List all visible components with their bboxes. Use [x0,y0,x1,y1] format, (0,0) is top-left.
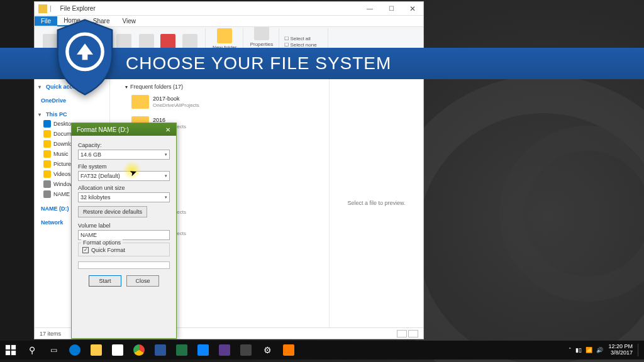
maximize-button[interactable]: ☐ [380,2,402,16]
taskbar-date: 3/8/2017 [608,350,633,356]
start-button[interactable]: Start [89,275,121,287]
volume-icon[interactable]: 🔊 [596,347,603,353]
system-tray[interactable]: ˄ ▮▯ 📶 🔊 [569,347,603,353]
battery-icon[interactable]: ▮▯ [575,347,582,353]
volumelabel-value: NAME [80,232,97,238]
volume-label-input[interactable]: NAME [78,230,170,240]
svg-rect-4 [11,351,16,355]
usb-icon [43,190,51,198]
item-name: 2017-book [153,96,199,102]
filesystem-select[interactable]: FAT32 (Default)▾ [78,171,170,181]
list-item[interactable]: 2017-bookOneDrive\AllProjects [114,92,325,114]
taskbar: ⚲ ▭ ⚙ ˄ ▮▯ 📶 🔊 12:20 PM 3/8/2017 [0,341,644,359]
taskview-button[interactable]: ▭ [43,341,64,359]
taskbar-clock[interactable]: 12:20 PM 3/8/2017 [608,344,633,356]
rename-icon [182,34,197,49]
svg-rect-2 [11,345,16,349]
nav-videos-label: Videos [53,171,70,177]
taskbar-explorer[interactable] [86,341,107,359]
taskbar-settings[interactable]: ⚙ [257,341,278,359]
allocation-label: Allocation unit size [78,185,170,191]
volumelabel-label: Volume label [78,222,170,229]
capacity-select[interactable]: 14.6 GB▾ [78,150,170,160]
view-details-button[interactable] [397,330,407,337]
newfolder-button[interactable]: New folder [211,28,238,51]
taskbar-app4[interactable] [278,341,299,359]
windows-icon [5,344,16,356]
format-options-label: Format options [81,239,123,246]
selectnone-button[interactable]: ☐ Select none [284,42,324,48]
checkbox-icon: ✓ [82,247,89,253]
gear-icon: ⚙ [264,345,272,355]
section-header[interactable]: ▾Frequent folders (17) [114,82,325,92]
section-label: Frequent folders (17) [130,84,183,90]
tab-view[interactable]: View [116,16,143,26]
word-icon [155,344,166,356]
videos-icon [43,170,51,178]
taskbar-app1[interactable] [192,341,214,359]
nav-onedrive-label: OneDrive [41,97,66,104]
restore-defaults-button[interactable]: Restore device defaults [78,206,147,217]
preview-pane: Select a file to preview. [329,79,423,327]
taskbar-chrome[interactable] [128,341,150,359]
properties-button[interactable]: Properties [248,27,275,48]
format-dialog: Format NAME (D:) ✕ Capacity: 14.6 GB▾ Fi… [71,123,177,339]
newfolder-icon [217,28,232,43]
close-button[interactable]: Close [126,275,159,287]
drive-icon [43,180,51,188]
excel-icon [176,344,187,356]
delete-icon [160,34,175,49]
taskbar-app3[interactable] [235,341,257,359]
titlebar: | File Explorer — ☐ ✕ [35,2,423,16]
tray-chevron-icon[interactable]: ˄ [569,347,572,353]
shield-icon [50,16,119,98]
wifi-icon[interactable]: 📶 [586,347,592,353]
pictures-icon [43,160,51,168]
downloads-icon [43,140,51,148]
taskbar-excel[interactable] [171,341,192,359]
taskbar-store[interactable] [107,341,128,359]
view-large-button[interactable] [408,330,418,337]
properties-label: Properties [250,41,273,47]
window-title: File Explorer [55,5,359,12]
nav-named2-label: NAME (D:) [41,206,69,212]
svg-rect-1 [6,345,10,349]
search-button[interactable]: ⚲ [21,341,43,359]
music-icon [43,150,51,158]
banner-text: CHOOSE YOUR FILE SYSTEM [126,53,391,74]
folder-icon [131,95,149,109]
item-path: OneDrive\AllProjects [153,102,199,109]
selectnone-label: Select none [290,42,316,48]
start-button[interactable] [0,341,21,359]
dialog-title: Format NAME (D:) [77,126,129,133]
allocation-value: 32 kilobytes [80,194,111,200]
quick-access-toolbar: | [35,4,55,13]
chrome-icon [133,344,145,356]
store-icon [112,344,123,356]
show-desktop-button[interactable] [638,344,640,356]
capacity-label: Capacity: [78,142,170,148]
search-icon: ⚲ [29,345,35,355]
quickformat-label: Quick Format [91,247,125,253]
edge-icon [69,344,80,356]
taskbar-word[interactable] [150,341,171,359]
close-button[interactable]: ✕ [402,2,423,16]
nav-thispc[interactable]: ▾This PC [36,109,108,119]
taskbar-app2[interactable] [214,341,235,359]
capacity-value: 14.6 GB [80,151,101,158]
dialog-close-button[interactable]: ✕ [162,126,174,133]
progress-bar [78,261,170,269]
selectall-label: Select all [290,36,310,41]
allocation-select[interactable]: 32 kilobytes▾ [78,192,170,202]
taskbar-edge[interactable] [64,341,86,359]
dialog-titlebar: Format NAME (D:) ✕ [72,123,176,136]
app-icon [240,344,252,356]
quickformat-checkbox[interactable]: ✓Quick Format [82,247,165,253]
minimize-button[interactable]: — [359,2,380,16]
selectall-button[interactable]: ☐ Select all [284,36,324,41]
app-icon [219,344,230,356]
copyto-icon [139,34,154,49]
nav-music-label: Music [53,151,69,157]
filesystem-label: File system [78,163,170,170]
app-icon [283,344,294,356]
